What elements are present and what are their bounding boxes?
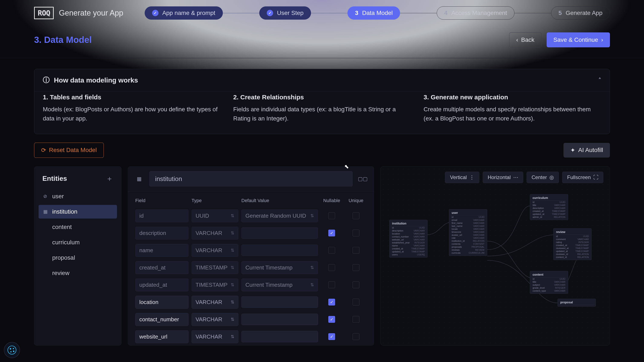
field-name-input[interactable] xyxy=(135,313,188,326)
erd-box-institution[interactable]: institutionidUUIDdescriptionVARCHARlocat… xyxy=(389,220,428,257)
erd-box-curriculum[interactable]: curriculumidUUIDtitleVARCHARdescriptionV… xyxy=(530,194,568,220)
entity-item-curriculum[interactable]: curriculum xyxy=(38,236,117,249)
explain-header: How data modeling works xyxy=(54,76,138,84)
chevron-updown-icon: ⇅ xyxy=(231,299,234,305)
unique-checkbox[interactable] xyxy=(352,316,360,323)
field-default-select[interactable]: Generate Random UUID⇅ xyxy=(241,209,318,222)
step-generate-app[interactable]: 5 Generate App xyxy=(551,7,610,20)
explain-col-body: Create multiple models and specify relat… xyxy=(424,105,601,123)
page-title: 3. Data Model xyxy=(34,35,92,45)
svg-point-3 xyxy=(10,351,12,352)
erd-field-row: descriptionVARCHAR xyxy=(532,207,566,210)
erd-field-row: idUUID xyxy=(532,201,566,204)
col-field: Field xyxy=(135,198,188,203)
erd-field-row: updated_atTIMESTAMP xyxy=(392,250,425,253)
reset-data-model-button[interactable]: ⟳ Reset Data Model xyxy=(34,143,104,158)
col-nullable: Nullable xyxy=(321,198,342,203)
explain-col-body: Fields are individual data types (ex: a … xyxy=(233,105,411,123)
chevron-updown-icon: ⇅ xyxy=(231,265,234,270)
field-row: VARCHAR⇅✓ xyxy=(128,311,374,328)
nullable-checkbox[interactable]: ✓ xyxy=(328,333,335,340)
entity-name-input[interactable] xyxy=(149,171,352,187)
col-unique: Unique xyxy=(345,198,367,203)
step-data-model[interactable]: 3 Data Model xyxy=(348,7,400,20)
entity-item-proposal[interactable]: proposal xyxy=(38,251,117,265)
cookie-settings-button[interactable] xyxy=(4,342,20,358)
entity-item-label: institution xyxy=(52,208,77,215)
erd-field-row: ratingINTEGER xyxy=(556,241,589,244)
field-type-select[interactable]: VARCHAR⇅ xyxy=(192,330,238,343)
unique-checkbox[interactable] xyxy=(352,230,360,236)
erd-field-row: avatar_urlVARCHAR xyxy=(451,233,485,236)
sidebar-title: Entities xyxy=(42,175,67,182)
field-type-select[interactable]: VARCHAR⇅ xyxy=(192,313,238,326)
unique-checkbox[interactable] xyxy=(352,247,360,254)
refresh-icon: ⟳ xyxy=(41,147,46,154)
save-continue-button[interactable]: Save & Continue › xyxy=(547,33,610,47)
add-entity-button[interactable]: ＋ xyxy=(106,174,113,184)
erd-field-row: idUUID xyxy=(392,226,425,229)
unique-checkbox[interactable] xyxy=(352,212,360,219)
field-default-select[interactable] xyxy=(241,227,318,239)
nullable-checkbox[interactable] xyxy=(328,212,335,219)
chevron-updown-icon: ⇅ xyxy=(310,213,314,218)
field-default-select[interactable]: Current Timestamp⇅ xyxy=(241,278,318,291)
field-name-input xyxy=(135,227,188,240)
erd-field-row: admin_idRELATION xyxy=(532,216,566,218)
field-type-select[interactable]: VARCHAR⇅ xyxy=(192,296,238,309)
grid-icon: ▦ xyxy=(43,209,48,214)
entity-item-institution[interactable]: ▦institution xyxy=(38,205,117,218)
erd-field-row: roleVARCHAR xyxy=(451,236,485,239)
unique-checkbox[interactable] xyxy=(352,281,360,288)
field-default-select[interactable] xyxy=(241,244,318,256)
field-row: TIMESTAMP⇅Current Timestamp⇅ xyxy=(128,259,374,276)
erd-field-row: updated_atTIMESTAMP xyxy=(556,250,589,253)
field-type-select[interactable]: VARCHAR⇅ xyxy=(192,244,238,257)
nullable-checkbox[interactable]: ✓ xyxy=(328,299,335,305)
diagram-pane[interactable]: Vertical⋮ Horizontal⋯ Center◎ Fullscreen… xyxy=(380,166,610,345)
chevron-updown-icon: ⇅ xyxy=(231,334,234,339)
erd-field-row: titleVARCHAR xyxy=(532,280,566,283)
entity-item-content[interactable]: content xyxy=(38,220,117,234)
unique-checkbox[interactable] xyxy=(352,299,360,305)
collapse-toggle[interactable]: ˄ xyxy=(598,77,601,84)
field-default-select[interactable] xyxy=(241,314,318,325)
nullable-checkbox[interactable]: ✓ xyxy=(328,230,335,236)
field-default-select[interactable] xyxy=(241,331,318,342)
erd-box-title: content xyxy=(532,272,566,277)
entity-item-label: review xyxy=(52,270,70,276)
field-name-input[interactable] xyxy=(135,296,188,309)
field-default-select[interactable] xyxy=(241,296,318,308)
field-type-select[interactable]: TIMESTAMP⇅ xyxy=(192,261,238,274)
svg-point-4 xyxy=(13,350,14,352)
field-default-select[interactable]: Current Timestamp⇅ xyxy=(241,261,318,274)
col-default: Default Value xyxy=(241,198,318,203)
step-user-step[interactable]: ✓ User Step xyxy=(259,7,311,20)
erd-box-review[interactable]: reviewidUUIDcommentVARCHARratingINTEGERc… xyxy=(553,228,592,260)
explain-col-title: 2. Create Relationships xyxy=(233,94,411,101)
field-type-select[interactable]: VARCHAR⇅ xyxy=(192,227,238,240)
step-access-management[interactable]: 4 Access Management xyxy=(437,7,514,20)
nullable-checkbox[interactable] xyxy=(328,281,335,288)
field-type-select[interactable]: TIMESTAMP⇅ xyxy=(192,278,238,291)
nullable-checkbox[interactable] xyxy=(328,247,335,254)
erd-box-proposal[interactable]: proposal xyxy=(558,299,596,306)
entity-item-review[interactable]: review xyxy=(38,266,117,280)
field-name-input[interactable] xyxy=(135,330,188,343)
erd-box-content[interactable]: contentidUUIDtitleVARCHARsubjectVARCHARg… xyxy=(530,271,568,294)
nullable-checkbox[interactable]: ✓ xyxy=(328,316,335,323)
svg-point-0 xyxy=(8,346,16,354)
nullable-checkbox[interactable] xyxy=(328,264,335,271)
field-type-select[interactable]: UUID⇅ xyxy=(192,209,238,222)
unique-checkbox[interactable] xyxy=(352,333,360,340)
unique-checkbox[interactable] xyxy=(352,264,360,271)
ai-autofill-button[interactable]: ✦ AI Autofill xyxy=(564,143,610,158)
layout-icon[interactable]: ▢▢ xyxy=(358,174,368,184)
back-button[interactable]: ‹ Back xyxy=(509,33,542,47)
erd-box-user[interactable]: useridUUIDemailVARCHARfirst_nameVARCHARl… xyxy=(449,209,487,256)
erd-field-row: content_idRELATION xyxy=(556,256,589,259)
entity-item-user[interactable]: ⊘user xyxy=(38,190,117,203)
field-row: VARCHAR⇅✓ xyxy=(128,293,374,311)
step-app-name[interactable]: ✓ App name & prompt xyxy=(145,7,223,20)
erd-field-row: titleVARCHAR xyxy=(532,204,566,207)
